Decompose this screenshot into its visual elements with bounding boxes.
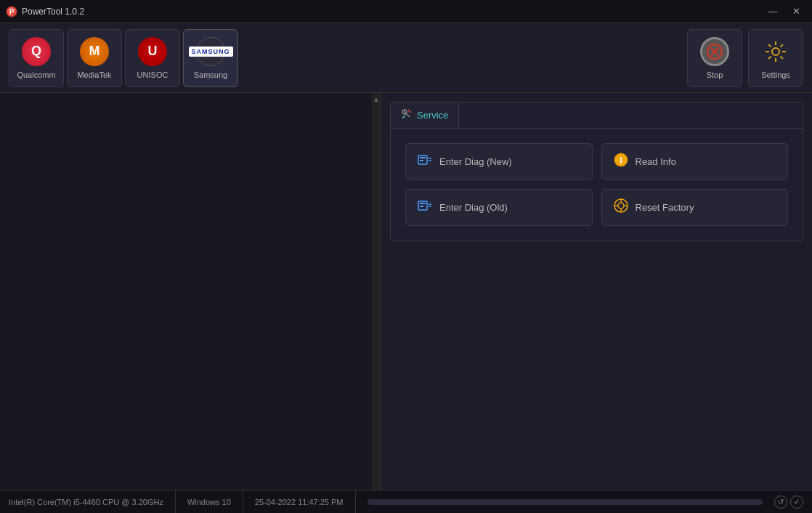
svg-line-15 — [408, 110, 411, 113]
qualcomm-label: Qualcomm — [17, 70, 55, 79]
stop-icon — [700, 37, 729, 66]
stop-label: Stop — [707, 70, 723, 79]
service-tab[interactable]: Service — [391, 102, 459, 128]
cpu-text: Intel(R) Core(TM) i5-4460 CPU @ 3.20GHz — [9, 498, 163, 506]
brand-samsung-button[interactable]: SAMSUNG Samsung — [183, 29, 238, 87]
os-info: Windows 10 — [176, 490, 243, 513]
service-content: Enter Diag (New) i Read Info — [391, 129, 803, 241]
read-info-label: Read Info — [636, 156, 676, 167]
unisoc-label: UNISOC — [137, 70, 169, 79]
stop-button[interactable]: Stop — [687, 29, 742, 87]
close-button[interactable]: ✕ — [786, 4, 806, 20]
svg-rect-27 — [420, 206, 423, 207]
scroll-up-arrow[interactable]: ▲ — [373, 94, 380, 103]
unisoc-icon: U — [138, 37, 167, 66]
brand-unisoc-button[interactable]: U UNISOC — [125, 29, 180, 87]
datetime-info: 25-04-2022 11:47:25 PM — [243, 490, 356, 513]
svg-line-14 — [402, 116, 405, 118]
read-info-button[interactable]: i Read Info — [601, 143, 789, 180]
left-scrollbar[interactable]: ▲ — [372, 93, 381, 490]
status-icons: ↺ ✓ — [774, 496, 803, 509]
samsung-icon: SAMSUNG — [196, 37, 225, 66]
status-icon-1[interactable]: ↺ — [774, 496, 787, 509]
enter-diag-old-button[interactable]: Enter Diag (Old) — [405, 189, 593, 226]
os-text: Windows 10 — [187, 498, 231, 506]
svg-rect-26 — [420, 203, 426, 204]
svg-rect-20 — [420, 160, 423, 161]
settings-icon — [761, 37, 790, 66]
svg-text:P: P — [9, 8, 15, 16]
enter-diag-old-icon — [418, 200, 432, 215]
app-title: PowerTool 1.0.2 — [22, 7, 84, 17]
service-tab-header: Service — [391, 102, 803, 129]
title-bar-left: P PowerTool 1.0.2 — [6, 6, 84, 17]
svg-point-31 — [618, 203, 624, 209]
settings-label: Settings — [761, 70, 790, 79]
svg-line-10 — [768, 44, 771, 47]
cpu-info: Intel(R) Core(TM) i5-4460 CPU @ 3.20GHz — [9, 490, 176, 513]
svg-text:i: i — [620, 155, 622, 166]
mediatek-label: MediaTek — [77, 70, 111, 79]
mediatek-icon: M — [80, 37, 109, 66]
svg-line-11 — [780, 56, 783, 59]
reset-factory-button[interactable]: Reset Factory — [601, 189, 789, 226]
main-area: ▲ Service — [0, 93, 812, 490]
left-panel: ▲ — [0, 93, 381, 490]
brand-mediatek-button[interactable]: M MediaTek — [67, 29, 122, 87]
svg-line-13 — [768, 56, 771, 59]
reset-factory-icon — [614, 198, 628, 217]
qualcomm-icon: Q — [22, 37, 51, 66]
toolbar: Q Qualcomm M MediaTek U UNISOC SAMSUNG S… — [0, 23, 812, 93]
service-tab-icon — [401, 108, 413, 122]
enter-diag-old-label: Enter Diag (Old) — [439, 202, 508, 213]
toolbar-right: Stop Setti — [687, 29, 803, 87]
svg-rect-19 — [420, 157, 426, 158]
enter-diag-new-label: Enter Diag (New) — [439, 156, 512, 167]
brand-qualcomm-button[interactable]: Q Qualcomm — [9, 29, 64, 87]
right-panel: Service Enter Diag — [381, 93, 812, 490]
read-info-icon: i — [614, 153, 628, 171]
service-tab-label: Service — [417, 110, 448, 121]
reset-factory-label: Reset Factory — [636, 202, 694, 213]
minimize-button[interactable]: — — [763, 4, 783, 20]
enter-diag-new-button[interactable]: Enter Diag (New) — [405, 143, 593, 180]
status-progress-bar — [368, 499, 763, 505]
status-icon-2[interactable]: ✓ — [790, 496, 803, 509]
svg-line-12 — [780, 44, 783, 47]
window-controls: — ✕ — [763, 4, 806, 20]
app-icon: P — [6, 6, 17, 17]
samsung-label: Samsung — [194, 70, 227, 79]
service-tab-container: Service Enter Diag — [390, 102, 803, 241]
title-bar: P PowerTool 1.0.2 — ✕ — [0, 0, 812, 23]
status-bar: Intel(R) Core(TM) i5-4460 CPU @ 3.20GHz … — [0, 490, 812, 513]
svg-point-5 — [772, 48, 779, 55]
settings-button[interactable]: Settings — [748, 29, 803, 87]
datetime-text: 25-04-2022 11:47:25 PM — [255, 498, 344, 506]
enter-diag-new-icon — [418, 154, 432, 169]
